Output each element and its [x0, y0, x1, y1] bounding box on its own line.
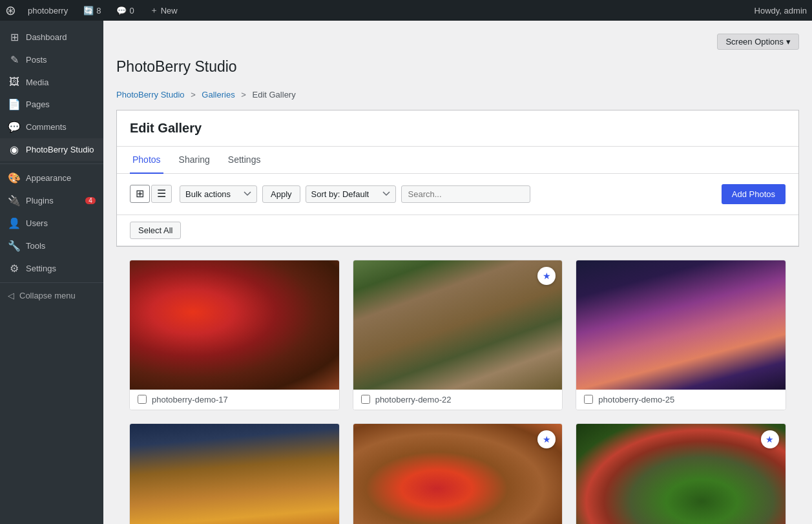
sidebar-item-label: Dashboard	[26, 32, 67, 42]
adminbar-comments[interactable]: 💬 0	[112, 0, 138, 21]
photo-checkbox-2[interactable]	[361, 395, 370, 404]
sidebar-item-label: Media	[26, 78, 48, 87]
breadcrumb-sep2: >	[241, 90, 246, 100]
photo-card-4: photoberry-demo-26	[129, 423, 340, 524]
posts-icon: ✎	[8, 54, 21, 66]
photo-card-2: ★ photoberry-demo-22	[353, 260, 563, 410]
admin-bar: ⊛ photoberry 🔄 8 💬 0 ＋ New Howdy, admin	[0, 0, 812, 21]
photo-card-3: photoberry-demo-25	[576, 260, 786, 410]
select-all-row: Select All	[117, 215, 798, 246]
main-content: Screen Options ▾ PhotoBerry Studio Photo…	[103, 21, 812, 524]
plugins-badge: 4	[85, 197, 96, 204]
adminbar-howdy[interactable]: Howdy, admin	[755, 6, 807, 16]
photoberry-icon: ◉	[8, 143, 21, 156]
sidebar-item-comments[interactable]: 💬 Comments	[0, 116, 103, 138]
sidebar-item-label: Tools	[26, 241, 45, 251]
photo-image-1	[130, 260, 339, 390]
adminbar-site-name[interactable]: photoberry	[24, 0, 72, 21]
photo-footer-1: photoberry-demo-17	[130, 390, 339, 410]
pages-icon: 📄	[8, 98, 21, 110]
add-photos-button[interactable]: Add Photos	[722, 184, 786, 204]
sidebar-item-label: Comments	[26, 122, 67, 132]
photo-star-6[interactable]: ★	[761, 430, 779, 448]
sidebar-item-label: Plugins	[26, 196, 54, 205]
photo-star-5[interactable]: ★	[537, 430, 556, 448]
collapse-menu[interactable]: ◁ Collapse menu	[0, 286, 103, 306]
sidebar-item-media[interactable]: 🖼 Media	[0, 71, 103, 93]
photo-name-1: photoberry-demo-17	[152, 395, 228, 404]
tools-icon: 🔧	[8, 240, 21, 252]
edit-gallery-title: Edit Gallery	[117, 110, 798, 147]
photo-image-2: ★	[353, 260, 563, 390]
sidebar-item-appearance[interactable]: 🎨 Appearance	[0, 167, 103, 189]
screen-options-bar: Screen Options ▾	[116, 34, 799, 50]
photo-star-2[interactable]: ★	[537, 267, 556, 285]
photo-image-3	[576, 260, 786, 390]
sidebar-item-label: Pages	[26, 100, 50, 109]
appearance-icon: 🎨	[8, 172, 21, 184]
adminbar-new[interactable]: ＋ New	[146, 0, 182, 21]
photo-name-3: photoberry-demo-25	[598, 395, 674, 404]
sidebar-item-label: PhotoBerry Studio	[26, 145, 94, 154]
dashboard-icon: ⊞	[8, 31, 21, 43]
content-wrap: Edit Gallery Photos Sharing Settings ⊞ ☰	[116, 110, 799, 247]
photo-card-6: ★ photoberry-demo-31	[576, 423, 786, 524]
updates-icon: 🔄	[83, 6, 94, 16]
bulk-actions-select[interactable]: Bulk actions Delete	[180, 185, 257, 203]
sidebar-item-posts[interactable]: ✎ Posts	[0, 48, 103, 71]
photo-name-2: photoberry-demo-22	[375, 395, 452, 404]
settings-sidebar-icon: ⚙	[8, 262, 21, 275]
sidebar-item-pages[interactable]: 📄 Pages	[0, 93, 103, 116]
tab-bar: Photos Sharing Settings	[117, 147, 798, 174]
photo-image-5: ★	[353, 424, 563, 524]
sidebar-item-tools[interactable]: 🔧 Tools	[0, 235, 103, 257]
sidebar-item-dashboard[interactable]: ⊞ Dashboard	[0, 26, 103, 48]
screen-options-arrow: ▾	[786, 37, 791, 47]
breadcrumb: PhotoBerry Studio > Galleries > Edit Gal…	[116, 90, 799, 100]
plus-icon: ＋	[150, 5, 158, 16]
photo-grid: photoberry-demo-17 ★ photoberry-demo-22 …	[116, 247, 799, 524]
plugins-icon: 🔌	[8, 194, 21, 207]
sidebar-item-label: Users	[26, 218, 48, 228]
search-input[interactable]	[401, 185, 530, 203]
breadcrumb-current: Edit Gallery	[253, 90, 296, 100]
screen-options-button[interactable]: Screen Options ▾	[717, 34, 799, 50]
tab-settings[interactable]: Settings	[225, 147, 264, 174]
tab-photos[interactable]: Photos	[130, 147, 163, 174]
sidebar-item-users[interactable]: 👤 Users	[0, 212, 103, 235]
select-all-button[interactable]: Select All	[130, 222, 181, 239]
sidebar-item-label: Appearance	[26, 173, 71, 183]
adminbar-updates[interactable]: 🔄 8	[79, 0, 105, 21]
breadcrumb-sep1: >	[191, 90, 196, 100]
view-toggle: ⊞ ☰	[130, 185, 172, 203]
sidebar-separator	[0, 163, 103, 164]
photo-checkbox-1[interactable]	[138, 395, 147, 404]
apply-button[interactable]: Apply	[262, 185, 300, 203]
list-view-button[interactable]: ☰	[151, 185, 172, 203]
sidebar-item-settings[interactable]: ⚙ Settings	[0, 257, 103, 280]
sidebar-item-label: Settings	[26, 264, 56, 273]
photo-card-1: photoberry-demo-17	[129, 260, 340, 410]
grid-view-button[interactable]: ⊞	[130, 185, 150, 203]
collapse-icon: ◁	[8, 291, 14, 300]
list-icon: ☰	[157, 189, 166, 199]
sidebar-item-plugins[interactable]: 🔌 Plugins 4	[0, 189, 103, 212]
photo-footer-2: photoberry-demo-22	[353, 390, 563, 410]
photo-footer-3: photoberry-demo-25	[576, 390, 786, 410]
photo-checkbox-3[interactable]	[584, 395, 593, 404]
sort-select[interactable]: Sort by: Default Sort by: Date Sort by: …	[306, 185, 396, 203]
photo-image-6: ★	[576, 424, 786, 524]
comments-sidebar-icon: 💬	[8, 121, 21, 133]
breadcrumb-galleries[interactable]: Galleries	[202, 90, 234, 100]
tab-sharing[interactable]: Sharing	[176, 147, 213, 174]
wp-logo-icon[interactable]: ⊛	[5, 3, 16, 18]
sidebar-item-label: Posts	[26, 55, 47, 65]
photo-card-5: ★ photoberry-demo-28	[353, 423, 563, 524]
photo-image-4	[130, 424, 339, 524]
sidebar: ⊞ Dashboard ✎ Posts 🖼 Media 📄 Pages 💬 Co…	[0, 21, 103, 524]
sidebar-item-photoberry[interactable]: ◉ PhotoBerry Studio	[0, 138, 103, 161]
collapse-label: Collapse menu	[19, 291, 76, 300]
media-icon: 🖼	[8, 76, 21, 88]
screen-options-label: Screen Options	[725, 37, 784, 47]
breadcrumb-home[interactable]: PhotoBerry Studio	[116, 90, 185, 100]
